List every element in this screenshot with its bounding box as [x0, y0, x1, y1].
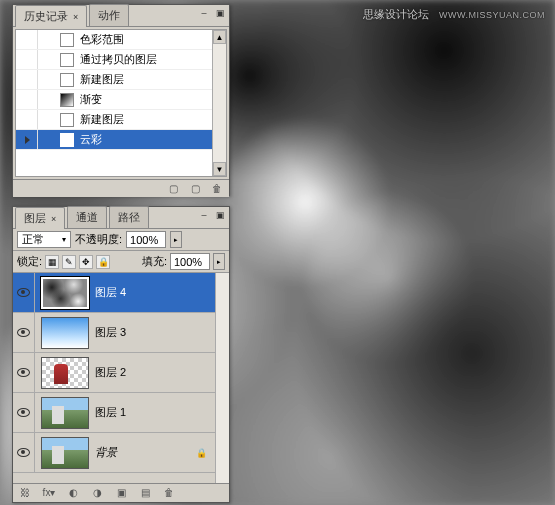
- document-icon: [60, 53, 74, 67]
- eye-icon: [17, 408, 30, 417]
- layers-footer: ⛓ fx▾ ◐ ◑ ▣ ▤ 🗑: [13, 483, 229, 501]
- opacity-value: 100%: [130, 234, 158, 246]
- history-item[interactable]: 色彩范围: [16, 30, 212, 50]
- layer-thumbnail[interactable]: [41, 437, 89, 469]
- history-item-label: 色彩范围: [80, 32, 124, 47]
- history-item-label: 云彩: [80, 132, 102, 147]
- gradient-icon: [60, 93, 74, 107]
- layer-name[interactable]: 图层 1: [95, 405, 215, 420]
- watermark: 思缘设计论坛 WWW.MISSYUAN.COM: [363, 6, 545, 22]
- tab-history-label: 历史记录: [24, 10, 68, 22]
- history-marker-col[interactable]: [18, 50, 38, 69]
- lock-all-icon[interactable]: 🔒: [96, 255, 110, 269]
- history-item[interactable]: 渐变: [16, 90, 212, 110]
- tab-paths-label: 路径: [118, 211, 140, 223]
- history-panel: 历史记录 × 动作 – ▣ 色彩范围通过拷贝的图层新建图层渐变新建图层云彩 ▲ …: [12, 4, 230, 196]
- opacity-flyout-icon[interactable]: ▸: [170, 231, 182, 248]
- opacity-input[interactable]: 100%: [126, 231, 166, 248]
- close-panel-icon[interactable]: ▣: [213, 7, 227, 19]
- visibility-toggle[interactable]: [13, 433, 35, 472]
- adjustment-icon[interactable]: ◑: [89, 486, 105, 500]
- layer-name[interactable]: 图层 4: [95, 285, 215, 300]
- layers-scrollbar[interactable]: [215, 273, 229, 483]
- lock-pixels-icon[interactable]: ✎: [62, 255, 76, 269]
- link-icon[interactable]: ⛓: [17, 486, 33, 500]
- lock-transparent-icon[interactable]: ▦: [45, 255, 59, 269]
- new-snapshot-icon[interactable]: ▢: [187, 182, 203, 196]
- visibility-toggle[interactable]: [13, 353, 35, 392]
- layer-row[interactable]: 图层 1: [13, 393, 215, 433]
- tab-channels[interactable]: 通道: [67, 206, 107, 228]
- history-scrollbar[interactable]: ▲ ▼: [212, 30, 226, 176]
- history-item-label: 新建图层: [80, 112, 124, 127]
- close-panel-icon[interactable]: ▣: [213, 209, 227, 221]
- snapshot-icon[interactable]: ▢: [165, 182, 181, 196]
- watermark-url: WWW.MISSYUAN.COM: [439, 10, 545, 20]
- layer-thumbnail[interactable]: [41, 317, 89, 349]
- history-item[interactable]: 新建图层: [16, 70, 212, 90]
- document-icon: [60, 73, 74, 87]
- mask-icon[interactable]: ◐: [65, 486, 81, 500]
- layer-thumbnail[interactable]: [41, 277, 89, 309]
- fill-flyout-icon[interactable]: ▸: [213, 253, 225, 270]
- eye-icon: [17, 448, 30, 457]
- history-item[interactable]: 云彩: [16, 130, 212, 150]
- new-layer-icon[interactable]: ▤: [137, 486, 153, 500]
- history-item-label: 通过拷贝的图层: [80, 52, 157, 67]
- fill-input[interactable]: 100%: [170, 253, 210, 270]
- layer-name[interactable]: 图层 3: [95, 325, 215, 340]
- tab-history[interactable]: 历史记录 ×: [15, 5, 87, 27]
- watermark-text: 思缘设计论坛: [363, 8, 429, 20]
- close-icon[interactable]: ×: [51, 214, 56, 224]
- history-marker-col[interactable]: [18, 30, 38, 49]
- history-tabbar: 历史记录 × 动作 – ▣: [13, 5, 229, 27]
- lock-label: 锁定:: [17, 254, 42, 269]
- lock-row: 锁定: ▦ ✎ ✥ 🔒 填充: 100% ▸: [13, 251, 229, 273]
- trash-icon[interactable]: 🗑: [209, 182, 225, 196]
- tab-paths[interactable]: 路径: [109, 206, 149, 228]
- tab-actions-label: 动作: [98, 9, 120, 21]
- history-marker-col[interactable]: [18, 110, 38, 129]
- minimize-icon[interactable]: –: [197, 209, 211, 221]
- layer-thumbnail[interactable]: [41, 397, 89, 429]
- layer-list: 图层 4图层 3图层 2图层 1背景🔒: [13, 273, 229, 483]
- layers-panel: 图层 × 通道 路径 – ▣ 正常 ▾ 不透明度: 100% ▸ 锁定: ▦ ✎…: [12, 206, 230, 503]
- tab-layers[interactable]: 图层 ×: [15, 207, 65, 229]
- history-item[interactable]: 新建图层: [16, 110, 212, 130]
- fx-icon[interactable]: fx▾: [41, 486, 57, 500]
- history-list: 色彩范围通过拷贝的图层新建图层渐变新建图层云彩 ▲ ▼: [15, 29, 227, 177]
- layer-name[interactable]: 图层 2: [95, 365, 215, 380]
- layer-row[interactable]: 图层 2: [13, 353, 215, 393]
- layer-name[interactable]: 背景: [95, 445, 195, 460]
- eye-icon: [17, 368, 30, 377]
- lock-icon: 🔒: [195, 447, 207, 459]
- blend-mode-select[interactable]: 正常 ▾: [17, 231, 71, 248]
- trash-icon[interactable]: 🗑: [161, 486, 177, 500]
- chevron-down-icon: ▾: [62, 235, 66, 244]
- fill-value: 100%: [174, 256, 202, 268]
- scroll-up-icon[interactable]: ▲: [213, 30, 226, 44]
- layer-thumbnail[interactable]: [41, 357, 89, 389]
- layer-row[interactable]: 图层 3: [13, 313, 215, 353]
- layer-row[interactable]: 背景🔒: [13, 433, 215, 473]
- history-item-label: 新建图层: [80, 72, 124, 87]
- lock-position-icon[interactable]: ✥: [79, 255, 93, 269]
- tab-actions[interactable]: 动作: [89, 4, 129, 26]
- scroll-down-icon[interactable]: ▼: [213, 162, 226, 176]
- minimize-icon[interactable]: –: [197, 7, 211, 19]
- document-icon: [60, 133, 74, 147]
- visibility-toggle[interactable]: [13, 393, 35, 432]
- history-item[interactable]: 通过拷贝的图层: [16, 50, 212, 70]
- fill-label: 填充:: [142, 254, 167, 269]
- visibility-toggle[interactable]: [13, 273, 35, 312]
- close-icon[interactable]: ×: [73, 12, 78, 22]
- current-state-marker-icon: [25, 136, 30, 144]
- history-marker-col[interactable]: [18, 90, 38, 109]
- layer-options-row: 正常 ▾ 不透明度: 100% ▸: [13, 229, 229, 251]
- visibility-toggle[interactable]: [13, 313, 35, 352]
- history-marker-col[interactable]: [18, 130, 38, 149]
- layer-row[interactable]: 图层 4: [13, 273, 215, 313]
- document-icon: [60, 33, 74, 47]
- folder-icon[interactable]: ▣: [113, 486, 129, 500]
- history-marker-col[interactable]: [18, 70, 38, 89]
